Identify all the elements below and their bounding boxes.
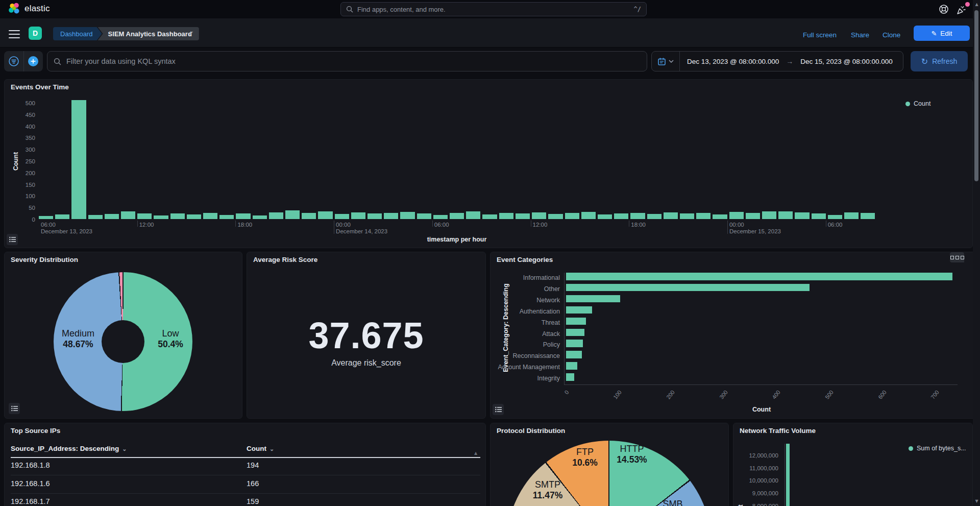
events-bar (713, 214, 727, 219)
pie-slice-label: SMTP11.47% (533, 479, 562, 500)
scrollbar-thumb[interactable] (974, 10, 978, 181)
events-bar (598, 214, 612, 219)
category-label: Informational (491, 274, 560, 281)
global-search-input[interactable]: Find apps, content, and more. ^/ (340, 2, 647, 16)
x-tick-date: December 14, 2023 (336, 228, 387, 234)
row-divider (11, 475, 480, 475)
events-bar (55, 214, 69, 219)
page-scrollbar[interactable]: ▲ ▼ (973, 0, 980, 506)
news-feed-button[interactable] (955, 3, 969, 16)
y-tick-label: 100 (10, 193, 35, 199)
events-bar (861, 213, 875, 219)
x-tick-date: December 15, 2023 (729, 228, 781, 234)
x-tick-mark (531, 221, 531, 227)
legend-dot (909, 446, 913, 451)
kql-placeholder: Filter your data using KQL syntax (66, 57, 176, 65)
categories-x-tick: 600 (877, 389, 888, 400)
cell-count: 166 (247, 479, 259, 488)
x-tick-mark (334, 221, 334, 234)
network-y-axis-line (785, 444, 785, 506)
slice-name: FTP (572, 447, 598, 457)
categories-x-tick: 500 (824, 389, 835, 400)
category-bar (566, 306, 592, 314)
panel-options-button[interactable] (950, 252, 964, 262)
events-bar (565, 213, 579, 219)
edit-button[interactable]: ✎ Edit (914, 26, 970, 41)
x-tick-time: 06:00 (828, 222, 843, 228)
events-bar (39, 216, 53, 219)
dashboard-app-badge[interactable]: D (29, 27, 42, 40)
events-bar (318, 211, 332, 220)
category-label: Policy (491, 341, 560, 348)
saved-query-button[interactable] (4, 51, 24, 71)
events-bar (746, 213, 760, 219)
panel-network-traffic-volume: Network Traffic Volume Sum of bytes_s...… (733, 423, 973, 506)
search-icon (54, 58, 61, 65)
legend-toggle-button[interactable] (7, 234, 18, 245)
elastic-brand[interactable]: elastic (8, 3, 50, 15)
date-range-picker: Dec 13, 2023 @ 08:00:00.000 → Dec 15, 20… (651, 51, 903, 71)
legend-bytes-sent[interactable]: Sum of bytes_s... (909, 445, 966, 452)
categories-x-axis-line (564, 384, 958, 385)
panel-title: Event Categories (497, 256, 553, 263)
full-screen-button[interactable]: Full screen (803, 31, 837, 39)
panel-severity-distribution: Severity Distribution Low50.4%Medium48.6… (4, 252, 242, 419)
slice-name: Medium (62, 328, 94, 339)
events-bar (532, 212, 546, 219)
filter-controls-group (4, 51, 43, 71)
y-tick-label: 500 (10, 100, 35, 106)
panel-title: Network Traffic Volume (740, 427, 816, 435)
events-bar (285, 210, 300, 219)
categories-y-axis-line (564, 273, 565, 384)
kql-filter-input[interactable]: Filter your data using KQL syntax (47, 51, 647, 71)
menu-hamburger-icon[interactable] (9, 30, 20, 38)
column-header[interactable]: Count⌄ (247, 445, 274, 452)
category-bar (566, 284, 810, 292)
legend-toggle-button[interactable] (493, 404, 504, 415)
list-icon (9, 236, 16, 243)
table-scroll-up-icon[interactable]: ▲ (474, 451, 477, 455)
breadcrumb-dashboard[interactable]: Dashboard (53, 27, 102, 40)
add-filter-button[interactable] (24, 51, 43, 71)
events-bar (121, 211, 135, 220)
events-bar (450, 213, 464, 219)
events-bar (828, 215, 842, 219)
events-bar (417, 213, 431, 219)
scroll-up-icon[interactable]: ▲ (974, 2, 979, 7)
events-bar (778, 211, 793, 220)
panel-title: Average Risk Score (253, 256, 317, 263)
events-bar (795, 212, 809, 219)
panel-protocol-distribution: Protocol Distribution HTTP14.53%SMBSMTP1… (490, 423, 729, 506)
breadcrumb-current: SIEM Analytics Dashboard (98, 27, 199, 40)
legend-count[interactable]: Count (905, 100, 930, 107)
donut-slice-label: Low50.4% (158, 328, 183, 349)
calendar-menu-button[interactable] (652, 52, 680, 71)
category-label: Integrity (491, 375, 560, 382)
date-to[interactable]: Dec 15, 2023 @ 08:00:00.000 (793, 58, 899, 65)
events-bar (400, 212, 414, 219)
scroll-down-icon[interactable]: ▼ (974, 499, 979, 503)
events-bar (433, 215, 448, 219)
pie-slice-label: SMB (663, 499, 682, 506)
help-icon[interactable] (938, 4, 949, 15)
metric-value: 37.675 (247, 315, 485, 356)
category-bar (566, 351, 582, 358)
x-tick-time: 00:00 (336, 222, 351, 228)
notification-dot (965, 2, 970, 7)
date-from[interactable]: Dec 13, 2023 @ 08:00:00.000 (680, 58, 786, 65)
events-bar (581, 212, 596, 219)
clone-button[interactable]: Clone (883, 31, 900, 39)
panel-title: Protocol Distribution (497, 427, 565, 435)
refresh-button[interactable]: ↻ Refresh (911, 51, 968, 71)
y-tick-label: 300 (10, 147, 35, 153)
share-button[interactable]: Share (851, 31, 869, 39)
category-bar (566, 329, 584, 336)
slice-percent: 50.4% (158, 339, 183, 349)
events-bar (71, 100, 86, 219)
chevron-down-icon (669, 60, 674, 63)
events-bar (236, 213, 250, 219)
column-header[interactable]: Source_IP_Address: Descending⌄ (11, 445, 127, 452)
legend-toggle-button[interactable] (9, 403, 20, 414)
slice-name: HTTP (617, 444, 647, 454)
x-tick-time: 06:00 (41, 222, 56, 228)
